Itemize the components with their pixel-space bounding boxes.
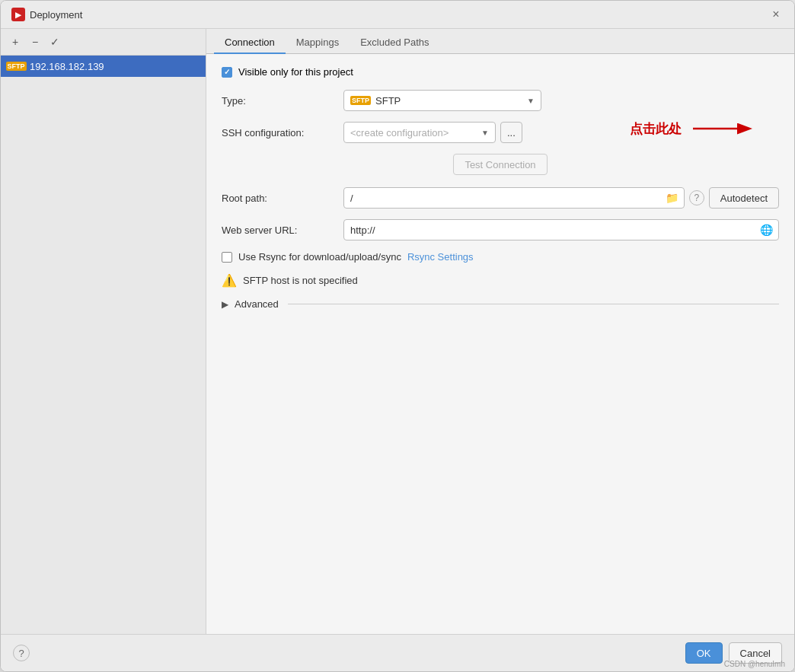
root-path-control: 📁 ? Autodetect (343, 187, 779, 209)
warning-icon: ⚠️ (222, 273, 237, 288)
ssh-control: <create configuration> ▼ ... (343, 122, 779, 143)
chevron-right-icon: ▶ (222, 299, 228, 310)
right-panel: Connection Mappings Excluded Paths Visib… (206, 29, 794, 634)
sidebar-list: SFTP 192.168.182.139 (1, 56, 206, 634)
root-path-row: Root path: 📁 ? Autodetect (222, 187, 779, 209)
visible-checkbox[interactable] (222, 67, 232, 78)
type-value: SFTP (375, 95, 401, 107)
rsync-label: Use Rsync for download/upload/sync (238, 251, 401, 263)
rsync-checkbox[interactable] (222, 252, 232, 263)
rsync-settings-link[interactable]: Rsync Settings (407, 251, 474, 263)
sftp-icon: SFTP (8, 60, 24, 72)
footer-left: ? (13, 645, 30, 661)
ssh-arrow-icon: ▼ (481, 129, 489, 137)
deployment-dialog: ▶ Deployment × + − ✓ SFTP 192.168.182.13… (0, 0, 795, 672)
root-path-label: Root path: (222, 193, 343, 204)
autodetect-button[interactable]: Autodetect (709, 187, 779, 209)
test-connection-button[interactable]: Test Connection (453, 154, 547, 175)
type-select[interactable]: SFTP SFTP ▼ (343, 90, 541, 111)
visible-row: Visible only for this project (222, 66, 779, 78)
advanced-divider (288, 304, 779, 304)
tab-connection[interactable]: Connection (214, 32, 286, 54)
ssh-dots-button[interactable]: ... (500, 122, 522, 143)
web-url-row: Web server URL: 🌐 (222, 219, 779, 240)
type-control: SFTP SFTP ▼ (343, 90, 779, 111)
title-bar-left: ▶ Deployment (11, 8, 82, 21)
sftp-type-icon: SFTP (350, 96, 371, 105)
main-content: + − ✓ SFTP 192.168.182.139 Connection Ma… (1, 29, 794, 634)
title-bar: ▶ Deployment × (1, 1, 794, 29)
advanced-label: Advanced (235, 298, 279, 310)
test-connection-wrapper: Test Connection (222, 154, 779, 175)
type-row: Type: SFTP SFTP ▼ (222, 90, 779, 111)
globe-icon: 🌐 (760, 224, 773, 236)
close-button[interactable]: × (768, 7, 784, 22)
visible-label: Visible only for this project (238, 66, 353, 78)
rsync-row: Use Rsync for download/upload/sync Rsync… (222, 251, 779, 263)
panel-content: Visible only for this project Type: SFTP… (206, 54, 794, 634)
root-path-help-icon[interactable]: ? (689, 190, 704, 205)
confirm-button[interactable]: ✓ (46, 33, 63, 50)
warning-row: ⚠️ SFTP host is not specified (222, 273, 779, 288)
web-url-control: 🌐 (343, 219, 779, 240)
remove-button[interactable]: − (27, 33, 43, 50)
tab-excluded-paths[interactable]: Excluded Paths (350, 32, 439, 54)
dialog-title: Deployment (30, 9, 82, 21)
warning-text: SFTP host is not specified (243, 275, 358, 286)
web-url-input[interactable] (343, 219, 779, 240)
type-arrow-icon: ▼ (527, 97, 535, 105)
type-label: Type: (222, 95, 343, 107)
root-path-input[interactable] (343, 187, 685, 209)
dialog-footer: ? OK Cancel (1, 634, 794, 671)
web-url-label: Web server URL: (222, 225, 343, 236)
footer-help-button[interactable]: ? (13, 645, 30, 661)
sidebar-item-label: 192.168.182.139 (30, 61, 104, 72)
ssh-placeholder: <create configuration> (350, 127, 449, 139)
watermark: CSDN @henuImh (724, 660, 785, 668)
folder-icon: 📁 (666, 192, 678, 204)
ssh-row: SSH configuration: <create configuration… (222, 122, 779, 143)
ok-button[interactable]: OK (685, 642, 723, 664)
sidebar-toolbar: + − ✓ (1, 29, 206, 56)
tab-mappings[interactable]: Mappings (286, 32, 350, 54)
sidebar: + − ✓ SFTP 192.168.182.139 (1, 29, 206, 634)
web-url-input-wrapper: 🌐 (343, 219, 779, 240)
advanced-row[interactable]: ▶ Advanced (222, 298, 779, 310)
tabs: Connection Mappings Excluded Paths (206, 29, 794, 54)
ssh-config-select[interactable]: <create configuration> ▼ (343, 122, 496, 143)
add-button[interactable]: + (7, 33, 24, 50)
app-icon: ▶ (11, 8, 25, 21)
ssh-label: SSH configuration: (222, 127, 343, 139)
sidebar-item-server1[interactable]: SFTP 192.168.182.139 (1, 56, 206, 77)
root-path-input-wrapper: 📁 (343, 187, 685, 209)
